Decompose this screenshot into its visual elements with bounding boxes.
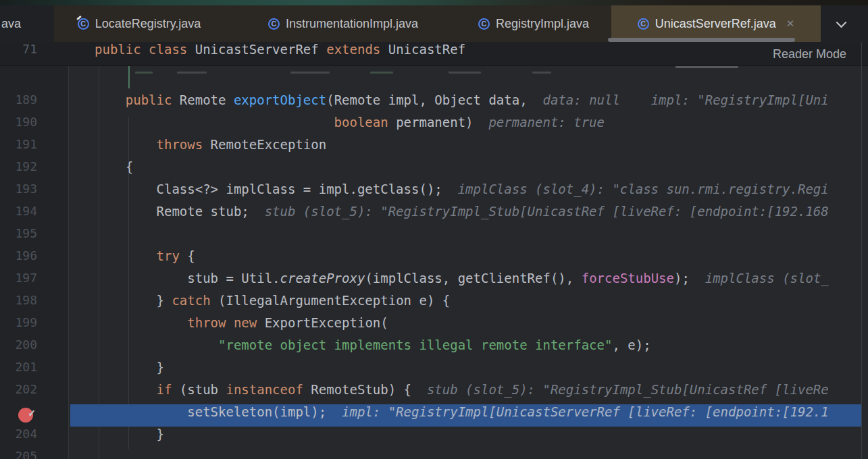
tab-label: InstrumentationImpl.java <box>286 17 418 31</box>
code-token: ExportException( <box>257 315 388 330</box>
line-number[interactable]: 71 <box>0 42 37 66</box>
code-token: catch <box>172 293 210 308</box>
code-token: throws <box>157 137 203 152</box>
code-text[interactable]: { <box>95 159 133 174</box>
code-text[interactable]: } <box>95 427 164 441</box>
code-token: boolean <box>334 115 388 130</box>
partial-scrolled-line <box>675 66 738 68</box>
sticky-code[interactable]: public class UnicastServerRef extends Un… <box>95 42 465 66</box>
code-line[interactable]: 204 } <box>0 427 868 449</box>
code-token: throw new <box>187 315 257 330</box>
code-token <box>95 338 218 352</box>
partial-scrolled-line <box>177 72 207 74</box>
line-number[interactable]: 190 <box>0 115 37 129</box>
debugger-inline-hint[interactable]: impl: "RegistryImpl[UnicastServerRef [li… <box>326 404 829 419</box>
tab-partial-java[interactable]: ava <box>0 5 54 42</box>
tab-instrumentationimpl[interactable]: C InstrumentationImpl.java <box>243 5 443 42</box>
partial-scrolled-line <box>449 72 481 74</box>
line-number[interactable]: 193 <box>0 182 37 196</box>
code-line[interactable]: 192 { <box>0 159 868 182</box>
line-number[interactable]: 195 <box>0 226 37 240</box>
code-text[interactable]: stub = Util.createProxy(implClass, getCl… <box>95 271 829 286</box>
line-number[interactable]: 201 <box>0 360 37 374</box>
tab-registryimpl[interactable]: C RegistryImpl.java <box>457 5 611 42</box>
debugger-inline-hint[interactable]: data: null impl: "RegistryImpl[Uni <box>528 92 829 107</box>
code-text[interactable]: Remote stub; stub (slot_5): "RegistryImp… <box>95 204 829 219</box>
code-text[interactable]: public Remote exportObject(Remote impl, … <box>95 92 829 107</box>
line-number[interactable]: 202 <box>0 382 37 396</box>
code-token: , e); <box>612 338 650 352</box>
code-editor[interactable]: 189 public Remote exportObject(Remote im… <box>0 66 868 459</box>
code-text[interactable]: if (stub instanceof RemoteStub) { stub (… <box>95 382 829 397</box>
code-line[interactable]: 205 <box>0 449 868 459</box>
line-number[interactable]: 199 <box>0 315 37 329</box>
code-line[interactable]: 198 } catch (IllegalArgumentException e)… <box>0 293 868 315</box>
debugger-inline-hint[interactable]: stub (slot_5): "RegistryImpl_Stub[Unicas… <box>411 382 829 397</box>
code-line[interactable]: 201 } <box>0 360 868 382</box>
code-text[interactable]: } catch (IllegalArgumentException e) { <box>95 293 450 308</box>
tab-locateregistry[interactable]: C LocateRegistry.java <box>54 5 224 42</box>
code-token: { <box>180 248 195 263</box>
tab-unicastserverref-active[interactable]: C UnicastServerRef.java ✕ <box>611 5 821 42</box>
code-line[interactable]: ✓ setSkeleton(impl); impl: "RegistryImpl… <box>0 404 868 427</box>
code-token: ); <box>674 271 690 286</box>
line-number[interactable]: 205 <box>0 449 37 459</box>
close-icon[interactable]: ✕ <box>786 18 795 30</box>
line-number[interactable]: 191 <box>0 137 37 151</box>
line-number[interactable]: 192 <box>0 159 37 173</box>
code-token: createProxy <box>280 271 365 286</box>
code-line[interactable]: 189 public Remote exportObject(Remote im… <box>0 92 868 115</box>
code-line[interactable]: 190 boolean permanent) permanent: true <box>0 115 868 137</box>
line-number[interactable]: 204 <box>0 427 37 441</box>
code-line[interactable]: 199 throw new ExportException( <box>0 315 868 338</box>
breakpoint-icon[interactable]: ✓ <box>18 408 33 423</box>
code-line[interactable]: 200 "remote object implements illegal re… <box>0 338 868 360</box>
debugger-inline-hint[interactable]: permanent: true <box>474 115 605 130</box>
code-line[interactable]: 197 stub = Util.createProxy(implClass, g… <box>0 271 868 293</box>
line-number[interactable]: 189 <box>0 92 37 107</box>
code-token: setSkeleton(impl); <box>95 404 326 419</box>
code-text[interactable]: } <box>95 360 164 375</box>
line-number[interactable]: 194 <box>0 204 37 218</box>
line-number[interactable]: 198 <box>0 293 37 307</box>
partial-scrolled-line <box>532 72 551 74</box>
code-token <box>95 115 334 130</box>
code-token: stub = Util. <box>95 271 280 286</box>
code-token: Remote stub; <box>95 204 249 219</box>
code-text[interactable]: throws RemoteException <box>95 137 326 152</box>
code-line[interactable]: 196 try { <box>0 248 868 271</box>
code-token: } <box>95 360 164 375</box>
java-class-icon: C <box>78 18 89 30</box>
line-number[interactable]: 197 <box>0 271 37 285</box>
code-token: "remote object implements illegal remote… <box>218 338 612 352</box>
code-token <box>95 382 157 397</box>
code-token: if <box>157 382 172 397</box>
line-number[interactable]: 196 <box>0 248 37 263</box>
debugger-inline-hint[interactable]: implClass (slot_4): "class sun.rmi.regis… <box>442 182 829 196</box>
code-token: public class <box>95 42 195 57</box>
tab-label: UnicastServerRef.java <box>655 17 776 31</box>
toolbar-edge-strip <box>0 0 868 5</box>
java-class-icon: C <box>638 18 649 30</box>
code-line[interactable]: 191 throws RemoteException <box>0 137 868 159</box>
code-text[interactable]: "remote object implements illegal remote… <box>95 338 651 352</box>
code-line[interactable]: 202 if (stub instanceof RemoteStub) { st… <box>0 382 868 404</box>
vcs-change-marker <box>128 66 130 88</box>
code-line[interactable]: 195 <box>0 226 868 248</box>
code-token: (stub <box>172 382 226 397</box>
reader-mode-button[interactable]: Reader Mode <box>773 42 846 66</box>
debugger-inline-hint[interactable]: implClass (slot_ <box>690 271 829 286</box>
code-line[interactable]: 194 Remote stub; stub (slot_5): "Registr… <box>0 204 868 226</box>
code-token: { <box>95 159 133 174</box>
code-line[interactable]: 193 Class<?> implClass = impl.getClass()… <box>0 182 868 204</box>
debugger-inline-hint[interactable]: stub (slot_5): "RegistryImpl_Stub[Unicas… <box>249 204 829 219</box>
code-text[interactable]: Class<?> implClass = impl.getClass(); im… <box>95 182 829 196</box>
code-text[interactable]: throw new ExportException( <box>95 315 388 330</box>
code-token: RemoteException <box>203 137 326 152</box>
class-icon-marker <box>76 15 82 20</box>
code-text[interactable]: setSkeleton(impl); impl: "RegistryImpl[U… <box>95 404 829 419</box>
sticky-lines-header: 71 public class UnicastServerRef extends… <box>0 42 868 66</box>
code-text[interactable]: boolean permanent) permanent: true <box>95 115 605 130</box>
code-text[interactable]: try { <box>95 248 195 263</box>
line-number[interactable]: 200 <box>0 338 37 352</box>
